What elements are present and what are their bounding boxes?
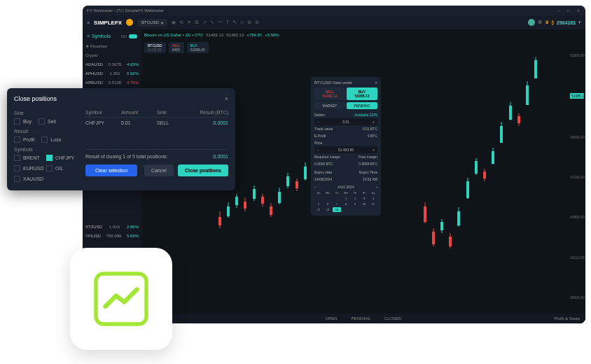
expiry-time[interactable]: 10:52 AM (363, 177, 377, 181)
close-icon[interactable]: × (576, 8, 581, 13)
minimize-icon[interactable]: – (556, 8, 562, 13)
window-controls: – □ × (556, 8, 581, 13)
modal-title: Close positions (14, 95, 57, 102)
titlebar: FX Webtrader - [T] | SimpleFX Webtrader … (83, 6, 585, 15)
tab-open[interactable]: OPEN (325, 316, 337, 321)
favorites-section[interactable]: ★ Favorites (85, 42, 139, 50)
tool-icon[interactable]: ↗ (202, 20, 207, 25)
checkbox-loss[interactable]: Loss (41, 135, 61, 144)
clear-button[interactable]: Clear selection (85, 164, 137, 176)
checkbox-symbol[interactable]: EURUSD (14, 164, 45, 173)
filters: Side Buy Sell Result Profit Loss Symbols… (14, 108, 77, 183)
right-controls: ⚙ ♛ ₿ 2984163 ▾ (528, 19, 581, 26)
checkbox-symbol[interactable]: XAUUSD (14, 174, 45, 183)
maximize-icon[interactable]: □ (566, 8, 571, 13)
positions-tabs: OPEN PENDING CLOSED Profit & Swap (141, 314, 585, 323)
coin-icon[interactable]: ₿ (552, 20, 554, 25)
sidebar-header: ≡ Symbols 883 (85, 32, 139, 40)
balance: 2984163 (557, 20, 576, 25)
sell-button[interactable]: SELL51482.12 (314, 88, 345, 100)
symbol-row[interactable]: XTZUSD1.0162.86% (85, 223, 139, 230)
chart-header: Bitcoin vs US Dollar • 1D • OTC 51482.12… (141, 29, 585, 41)
close-icon[interactable]: × (375, 80, 377, 85)
brand-logo: SIMPLEFX (94, 20, 122, 26)
buy-button[interactable]: BUY51085.12 (347, 88, 377, 100)
sidebar-title: Symbols (92, 34, 111, 38)
symbol-row[interactable]: ADAUSD0.36784.63% (85, 61, 139, 68)
order-panel: BTCUSD New order× SELL51482.12 BUY51085.… (311, 77, 381, 216)
tool-icon[interactable]: T (226, 20, 229, 25)
tool-icon[interactable]: ⊞ (195, 20, 199, 25)
chart-line-icon (90, 267, 153, 330)
topbar: ≡ SIMPLEFX BTCUSD▾ ◉ ⟲ ✕ ⊞ ↗ ∿ 〰 T ✎ ◇ ⊕… (83, 15, 585, 29)
order-title: BTCUSD New order (314, 80, 352, 85)
window-title: FX Webtrader - [T] | SimpleFX Webtrader (87, 8, 164, 13)
y-axis: 51866.00 51085.12 49596.00 47166.00 4485… (569, 50, 585, 302)
checkbox-symbol[interactable]: CHFJPY (46, 153, 77, 162)
calendar[interactable]: ‹AUG 2024› SuMoTuWeThFrSa 1234 567891011… (314, 185, 377, 212)
checkbox-symbol[interactable]: BRENT (14, 153, 45, 162)
checkbox-symbol[interactable]: OIL (46, 164, 77, 173)
checkbox-sell[interactable]: Sell (39, 117, 56, 126)
logo-badge-icon (126, 19, 133, 26)
cancel-button[interactable]: Cancel (144, 164, 174, 176)
tool-icon[interactable]: 〰 (218, 20, 223, 25)
tool-icon[interactable]: ⟲ (179, 20, 183, 25)
tab-market[interactable]: MARKET (314, 102, 345, 109)
tool-icon[interactable]: ✕ (187, 20, 191, 25)
bell-icon[interactable]: ♛ (545, 20, 549, 25)
tab-pending[interactable]: PENDING (351, 316, 370, 321)
chevron-down-icon[interactable]: ▾ (578, 20, 581, 25)
close-positions-modal: Close positions× Side Buy Sell Result Pr… (7, 88, 235, 190)
checkbox-buy[interactable]: Buy (14, 117, 32, 126)
tool-icon[interactable]: ∿ (210, 20, 214, 25)
symbol-row[interactable]: YFIUSD758.0865.64% (85, 232, 139, 239)
size-input[interactable]: 0.01 (342, 120, 349, 124)
expiry-date[interactable]: 14/08/2024 (314, 177, 332, 181)
pl-label: Profit & Swap (555, 316, 580, 321)
sidebar-count: 883 (121, 34, 127, 38)
tool-icon[interactable]: ⊘ (255, 20, 259, 25)
crypto-section[interactable]: Crypto (85, 52, 139, 59)
positions-table: SymbolAmountSideResult (BTC) CHFJPY0.01S… (85, 108, 228, 183)
search-icon[interactable]: ≡ (87, 34, 90, 38)
tool-icon[interactable]: ◇ (240, 20, 244, 25)
toggle-icon[interactable] (129, 34, 137, 38)
avatar-icon[interactable] (528, 19, 535, 26)
tab-pending[interactable]: PENDING (347, 102, 377, 109)
logo-card (70, 248, 172, 350)
price-tag: 51085.12 (570, 93, 584, 99)
tab-closed[interactable]: CLOSED (384, 316, 402, 321)
toolbar-icons: ◉ ⟲ ✕ ⊞ ↗ ∿ 〰 T ✎ ◇ ⊕ ⊘ (172, 20, 259, 25)
close-icon[interactable]: × (225, 95, 228, 102)
symbol-row[interactable]: ARBUSD0.51984.76% (85, 79, 139, 86)
camera-icon[interactable]: ◉ (172, 20, 176, 25)
table-row[interactable]: CHFJPY0.01SELL0.0001 (85, 118, 228, 128)
menu-icon[interactable]: ≡ (87, 20, 90, 25)
price-input[interactable]: 51 483.99 (338, 148, 354, 152)
tool-icon[interactable]: ⊕ (247, 20, 251, 25)
confirm-button[interactable]: Close positions (178, 164, 228, 176)
gear-icon[interactable]: ⚙ (538, 20, 542, 25)
pair-label: Bitcoin vs US Dollar • 1D • OTC (144, 33, 203, 37)
checkbox-profit[interactable]: Profit (14, 135, 34, 144)
symbol-row[interactable]: APHUSD1.3010.92% (85, 70, 139, 77)
tool-icon[interactable]: ✎ (232, 20, 237, 25)
symbol-selector[interactable]: BTCUSD▾ (137, 19, 167, 27)
